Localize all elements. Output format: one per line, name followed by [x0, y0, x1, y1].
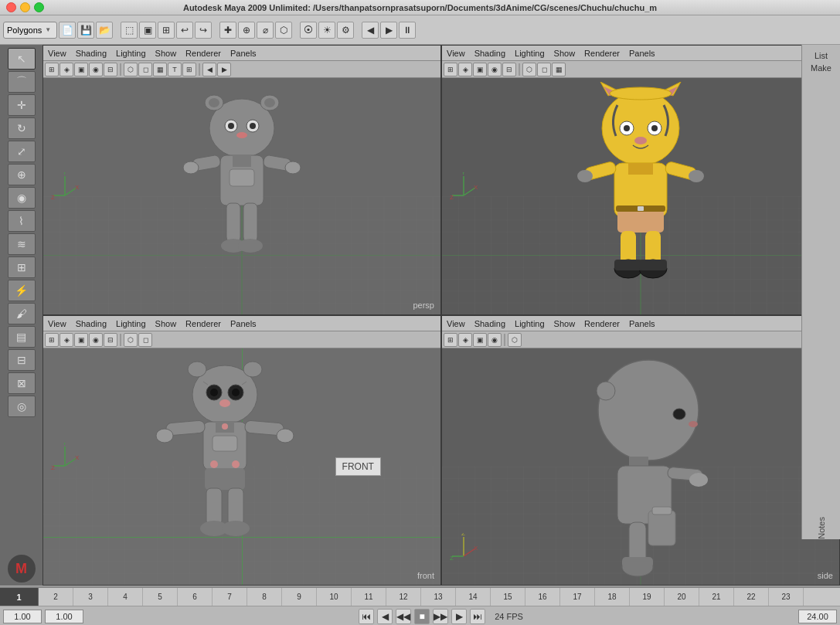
frame-16[interactable]: 16 [525, 588, 560, 606]
frame-17[interactable]: 17 [560, 588, 595, 606]
vp-tl-btn9[interactable]: T [168, 63, 182, 76]
vp-tl-view[interactable]: View [48, 49, 66, 58]
snap-tool[interactable]: ⊟ [8, 349, 36, 371]
vp-tl-btn6[interactable]: ⬡ [124, 63, 138, 76]
vp-bl-btn3[interactable]: ▣ [74, 333, 88, 347]
timeline-current-input[interactable] [45, 610, 83, 623]
vp-tl-btn5[interactable]: ⊟ [104, 63, 117, 76]
frame-14[interactable]: 14 [456, 588, 491, 606]
vp-bl-show[interactable]: Show [155, 319, 177, 328]
vp-br-view[interactable]: View [447, 319, 465, 328]
frame-4[interactable]: 4 [108, 588, 143, 606]
frame-11[interactable]: 11 [352, 588, 386, 606]
soft-mod-tool[interactable]: ◉ [8, 187, 36, 209]
frame-5[interactable]: 5 [143, 588, 178, 606]
vp-tr-renderer[interactable]: Renderer [584, 49, 620, 58]
vp-bl-view[interactable]: View [48, 319, 66, 328]
step-fwd-btn[interactable]: ▶ [451, 609, 467, 624]
toolbar-icon-8[interactable]: ↪ [195, 22, 212, 39]
vp-tr-btn4[interactable]: ◉ [488, 63, 502, 76]
stop-btn[interactable]: ■ [414, 609, 430, 624]
vp-tr-shading[interactable]: Shading [474, 49, 505, 58]
toolbar-icon-3[interactable]: 📂 [96, 22, 113, 39]
vp-tl-btn11[interactable]: ◀ [202, 63, 216, 76]
frame-2[interactable]: 2 [39, 588, 73, 606]
viewport-bottom-left[interactable]: View Shading Lighting Show Renderer Pane… [43, 315, 441, 586]
frame-6[interactable]: 6 [178, 588, 213, 606]
vp-bl-renderer[interactable]: Renderer [185, 319, 221, 328]
frame-15[interactable]: 15 [491, 588, 525, 606]
toolbar-icon-5[interactable]: ▣ [139, 22, 156, 39]
vp-tr-btn3[interactable]: ▣ [473, 63, 487, 76]
constraint-tool[interactable]: ⊠ [8, 372, 36, 394]
toolbar-icon-4[interactable]: ⬚ [121, 22, 138, 39]
vp-tr-btn6[interactable]: ⬡ [522, 63, 536, 76]
vp-tl-panels[interactable]: Panels [230, 49, 257, 58]
surface-tool[interactable]: ≋ [8, 233, 36, 255]
frame-3[interactable]: 3 [73, 588, 108, 606]
prev-frame-btn[interactable]: ⏮ [359, 609, 374, 624]
toolbar-icon-10[interactable]: ⊕ [238, 22, 255, 39]
vp-tr-btn2[interactable]: ◈ [458, 63, 472, 76]
frame-9[interactable]: 9 [282, 588, 317, 606]
vp-tl-btn10[interactable]: ⊞ [182, 63, 196, 76]
move-tool[interactable]: ✛ [8, 94, 36, 116]
toolbar-icon-12[interactable]: ⬡ [275, 22, 292, 39]
vp-bl-btn2[interactable]: ◈ [60, 333, 73, 347]
viewport-top-right[interactable]: View Shading Lighting Show Renderer Pane… [441, 45, 840, 315]
vp-tl-renderer[interactable]: Renderer [185, 49, 221, 58]
vp-tl-btn12[interactable]: ▶ [217, 63, 231, 76]
frame-13[interactable]: 13 [421, 588, 456, 606]
frame-7[interactable]: 7 [213, 588, 247, 606]
vp-tl-btn2[interactable]: ◈ [60, 63, 73, 76]
vp-tl-shading[interactable]: Shading [76, 49, 107, 58]
vp-bl-shading[interactable]: Shading [76, 319, 107, 328]
toolbar-icon-9[interactable]: ✚ [219, 22, 236, 39]
maximize-button[interactable] [34, 2, 44, 12]
vp-tl-btn4[interactable]: ◉ [89, 63, 103, 76]
vp-tr-show[interactable]: Show [554, 49, 576, 58]
toolbar-icon-11[interactable]: ⌀ [257, 22, 274, 39]
minimize-button[interactable] [20, 2, 30, 12]
select-tool[interactable]: ↖ [8, 48, 36, 70]
scale-tool[interactable]: ⤢ [8, 141, 36, 162]
vp-bl-btn4[interactable]: ◉ [89, 333, 103, 347]
toolbar-icon-render[interactable]: ⚙ [337, 22, 354, 39]
vp-br-btn4[interactable]: ◉ [488, 333, 502, 347]
frame-20[interactable]: 20 [665, 588, 699, 606]
vp-tr-btn8[interactable]: ▦ [552, 63, 566, 76]
render-tool[interactable]: ◎ [8, 396, 36, 417]
vp-tl-btn8[interactable]: ▦ [153, 63, 167, 76]
vp-tr-btn7[interactable]: ◻ [537, 63, 551, 76]
vp-br-shading[interactable]: Shading [474, 319, 505, 328]
vp-tl-show[interactable]: Show [155, 49, 177, 58]
toolbar-icon-anim3[interactable]: ⏸ [399, 22, 416, 39]
frame-12[interactable]: 12 [386, 588, 421, 606]
toolbar-icon-6[interactable]: ⊞ [158, 22, 175, 39]
vp-br-btn2[interactable]: ◈ [458, 333, 472, 347]
frame-18[interactable]: 18 [595, 588, 630, 606]
vp-tr-panels[interactable]: Panels [629, 49, 655, 58]
timeline-end-input[interactable] [798, 610, 837, 623]
toolbar-icon-2[interactable]: 💾 [77, 22, 94, 39]
vp-tl-btn7[interactable]: ◻ [138, 63, 152, 76]
vp-tl-btn1[interactable]: ⊞ [45, 63, 59, 76]
vp-tr-lighting[interactable]: Lighting [515, 49, 545, 58]
frame-22[interactable]: 22 [734, 588, 769, 606]
vp-bl-btn6[interactable]: ⬡ [124, 333, 138, 347]
universal-tool[interactable]: ⊕ [8, 164, 36, 185]
frame-23[interactable]: 23 [769, 588, 804, 606]
vp-br-renderer[interactable]: Renderer [584, 319, 620, 328]
next-frame-btn[interactable]: ⏭ [470, 609, 485, 624]
close-button[interactable] [6, 2, 16, 12]
vp-tr-view[interactable]: View [447, 49, 465, 58]
paint-tool[interactable]: 🖌 [8, 303, 36, 324]
frame-21[interactable]: 21 [699, 588, 734, 606]
vp-br-lighting[interactable]: Lighting [515, 319, 545, 328]
skeleton-tool[interactable]: ⚡ [8, 280, 36, 301]
frame-10[interactable]: 10 [317, 588, 352, 606]
vp-br-show[interactable]: Show [554, 319, 576, 328]
timeline-start-input[interactable] [3, 610, 42, 623]
toolbar-icon-1[interactable]: 📄 [59, 22, 76, 39]
toolbar-icon-anim2[interactable]: ▶ [380, 22, 397, 39]
